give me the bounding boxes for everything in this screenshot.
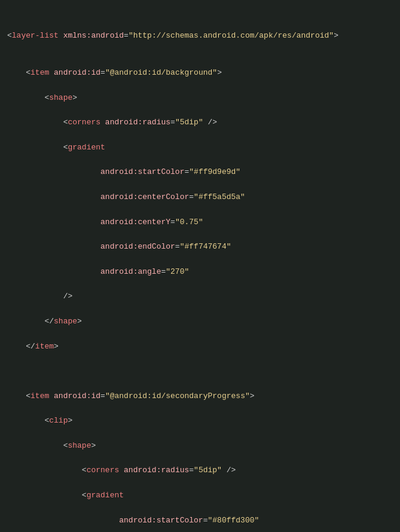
line-9: android:endColor="#ff747674" [0,241,400,253]
line-19: android:startColor="#80ffd300" [0,515,400,527]
line-14: <item android:id="@android:id/secondaryP… [0,390,400,403]
line-15: <clip> [0,415,400,427]
line-blank1 [0,365,400,378]
code-editor: <layer-list xmlns:android="http://schema… [0,0,400,532]
line-10: android:angle="270" [0,266,400,279]
line-16: <shape> [0,440,400,452]
line-6: android:startColor="#ff9d9e9d" [0,166,400,179]
line-12: </shape> [0,316,400,328]
line-18: <gradient [0,490,400,502]
line-8: android:centerY="0.75" [0,216,400,229]
line-7: android:centerColor="#ff5a5d5a" [0,191,400,204]
line-17: <corners android:radius="5dip" /> [0,464,400,477]
line-4: <corners android:radius="5dip" /> [0,117,400,129]
line-5: <gradient [0,142,400,154]
line-11: /> [0,291,400,303]
line-13: </item> [0,341,400,353]
line-2: <item android:id="@android:id/background… [0,67,400,80]
line-3: <shape> [0,92,400,105]
line-1: <layer-list xmlns:android="http://schema… [0,30,400,42]
